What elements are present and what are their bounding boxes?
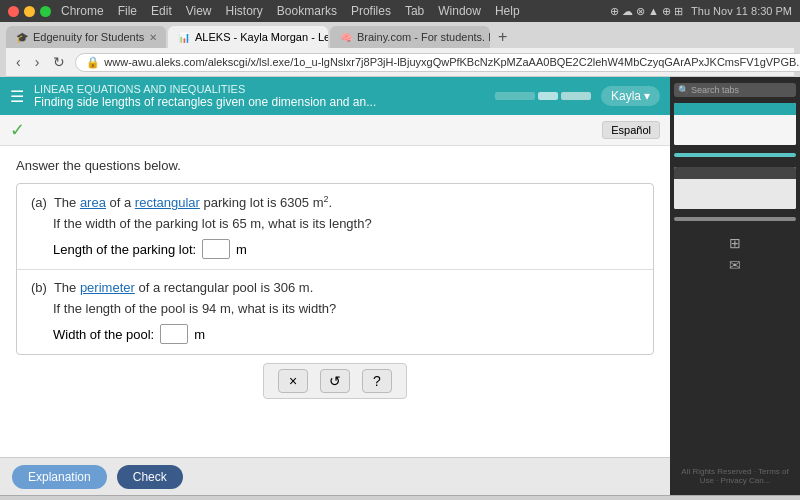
q-b-line2: If the length of the pool is 94 m, what …	[53, 301, 639, 316]
menu-tab[interactable]: Tab	[405, 4, 424, 18]
check-complete-icon: ✓	[10, 119, 25, 141]
tab-edgenuity-label: Edgenuity for Students	[33, 31, 144, 43]
q-a-mid: of a	[110, 195, 135, 210]
q-a-link-rect[interactable]: rectangular	[135, 195, 200, 210]
side-panel-icons: ⊞ ✉	[729, 235, 741, 273]
tab-aleks-label: ALEKS - Kayla Morgan - Learn	[195, 31, 328, 43]
tab-edgenuity-close[interactable]: ✕	[149, 32, 157, 43]
question-part-a: (a) The area of a rectangular parking lo…	[17, 184, 653, 270]
tab-aleks[interactable]: 📊 ALEKS - Kayla Morgan - Learn ✕	[168, 26, 328, 48]
progress-seg-2	[538, 92, 558, 100]
aleks-panel: ☰ LINEAR EQUATIONS AND INEQUALITIES Find…	[0, 77, 670, 495]
title-bar-left: Chrome File Edit View History Bookmarks …	[8, 4, 520, 18]
close-button[interactable]	[8, 6, 19, 17]
question-b-text: (b) The perimeter of a rectangular pool …	[31, 280, 639, 295]
dock: 🔍 ⊞ 🌐 💬 📷 📹 📅 NOV 🎵 📺 🎶 🎙 📰 🛡 ⚙️ 🗂 🗑	[0, 495, 800, 500]
q-a-answer-unit: m	[236, 242, 247, 257]
chevron-down-icon: ▾	[644, 89, 650, 103]
user-name: Kayla	[611, 89, 641, 103]
thumb-search-label: Search tabs	[691, 85, 739, 95]
menu-bar: Chrome File Edit View History Bookmarks …	[61, 4, 520, 18]
breadcrumb: LINEAR EQUATIONS AND INEQUALITIES	[34, 83, 485, 95]
minimize-button[interactable]	[24, 6, 35, 17]
thumb-header-1	[674, 103, 796, 115]
thumb-search-icon: 🔍	[678, 85, 689, 95]
rights-text: All Rights Reserved · Terms of Use · Pri…	[674, 467, 796, 489]
menu-profiles[interactable]: Profiles	[351, 4, 391, 18]
thumb-body-1	[674, 115, 796, 145]
traffic-lights	[8, 6, 51, 17]
thumb-search-box[interactable]: 🔍 Search tabs	[674, 83, 796, 97]
aleks-content: Answer the questions below. (a) The area…	[0, 146, 670, 457]
progress-seg-3	[561, 92, 591, 100]
progress-seg-1	[495, 92, 535, 100]
menu-edit[interactable]: Edit	[151, 4, 172, 18]
menu-chrome[interactable]: Chrome	[61, 4, 104, 18]
tab-edgenuity[interactable]: 🎓 Edgenuity for Students ✕	[6, 26, 166, 48]
tab-thumb-bar-1	[674, 153, 796, 157]
explanation-button[interactable]: Explanation	[12, 465, 107, 489]
user-menu-button[interactable]: Kayla ▾	[601, 86, 660, 106]
q-b-answer-row: Width of the pool: m	[31, 324, 639, 344]
bottom-action-bar: Explanation Check	[0, 457, 670, 495]
browser-chrome: 🎓 Edgenuity for Students ✕ 📊 ALEKS - Kay…	[0, 22, 800, 77]
menu-file[interactable]: File	[118, 4, 137, 18]
q-b-answer-label: Width of the pool:	[53, 327, 154, 342]
progress-bar	[495, 92, 591, 100]
q-a-line2: If the width of the parking lot is 65 m,…	[53, 216, 639, 231]
check-button[interactable]: Check	[117, 465, 183, 489]
q-b-answer-input[interactable]	[160, 324, 188, 344]
hamburger-icon[interactable]: ☰	[10, 87, 24, 106]
mail-icon[interactable]: ✉	[729, 257, 741, 273]
question-part-b: (b) The perimeter of a rectangular pool …	[17, 270, 653, 354]
menu-bookmarks[interactable]: Bookmarks	[277, 4, 337, 18]
menu-window[interactable]: Window	[438, 4, 481, 18]
q-a-label: (a) The	[31, 195, 80, 210]
calc-toolbar: × ↺ ?	[263, 363, 407, 399]
system-icons: ⊕ ☁ ⊗ ▲ ⊕ ⊞	[610, 5, 683, 18]
thumb-header-2	[674, 167, 796, 179]
espanol-button[interactable]: Español	[602, 121, 660, 139]
thumb-body-2	[674, 179, 796, 209]
aleks-page-title: Finding side lengths of rectangles given…	[34, 95, 485, 109]
main-area: ☰ LINEAR EQUATIONS AND INEQUALITIES Find…	[0, 77, 800, 495]
q-a-after: parking lot is 6305 m2.	[204, 195, 333, 210]
calc-undo-button[interactable]: ↺	[320, 369, 350, 393]
address-bar[interactable]: 🔒 www-awu.aleks.com/alekscgi/x/lsl.exe/1…	[75, 53, 800, 72]
datetime: Thu Nov 11 8:30 PM	[691, 5, 792, 17]
calc-times-button[interactable]: ×	[278, 369, 308, 393]
q-b-label: (b) The	[31, 280, 80, 295]
tab-brainy[interactable]: 🧠 Brainy.com - For students. B ✕	[330, 26, 490, 48]
forward-button[interactable]: ›	[31, 52, 44, 72]
menu-view[interactable]: View	[186, 4, 212, 18]
q-b-after: of a rectangular pool is 306 m.	[138, 280, 313, 295]
q-b-answer-unit: m	[194, 327, 205, 342]
q-a-answer-label: Length of the parking lot:	[53, 242, 196, 257]
q-a-link-area[interactable]: area	[80, 195, 106, 210]
calc-help-button[interactable]: ?	[362, 369, 392, 393]
q-a-answer-input[interactable]	[202, 239, 230, 259]
title-bar-right: ⊕ ☁ ⊗ ▲ ⊕ ⊞ Thu Nov 11 8:30 PM	[610, 5, 792, 18]
aleks-subheader: ✓ Español	[0, 115, 670, 146]
tab-brainy-label: Brainy.com - For students. B	[357, 31, 490, 43]
instruction-text: Answer the questions below.	[16, 158, 654, 173]
table-icon[interactable]: ⊞	[729, 235, 741, 251]
menu-history[interactable]: History	[226, 4, 263, 18]
tab-thumb-bar-2	[674, 217, 796, 221]
reload-button[interactable]: ↻	[49, 52, 69, 72]
aleks-header: ☰ LINEAR EQUATIONS AND INEQUALITIES Find…	[0, 77, 670, 115]
maximize-button[interactable]	[40, 6, 51, 17]
tab-thumbnail-2[interactable]	[674, 167, 796, 209]
tab-thumbnail-1[interactable]	[674, 103, 796, 145]
new-tab-button[interactable]: +	[492, 26, 513, 48]
menu-help[interactable]: Help	[495, 4, 520, 18]
q-b-link-perimeter[interactable]: perimeter	[80, 280, 135, 295]
question-box: (a) The area of a rectangular parking lo…	[16, 183, 654, 355]
back-button[interactable]: ‹	[12, 52, 25, 72]
tab-bar: 🎓 Edgenuity for Students ✕ 📊 ALEKS - Kay…	[6, 26, 794, 48]
right-panel: 🔍 Search tabs ⊞ ✉ All Rights Reserved · …	[670, 77, 800, 495]
title-bar: Chrome File Edit View History Bookmarks …	[0, 0, 800, 22]
q-a-answer-row: Length of the parking lot: m	[31, 239, 639, 259]
question-a-text: (a) The area of a rectangular parking lo…	[31, 194, 639, 210]
address-text: www-awu.aleks.com/alekscgi/x/lsl.exe/1o_…	[104, 56, 800, 68]
